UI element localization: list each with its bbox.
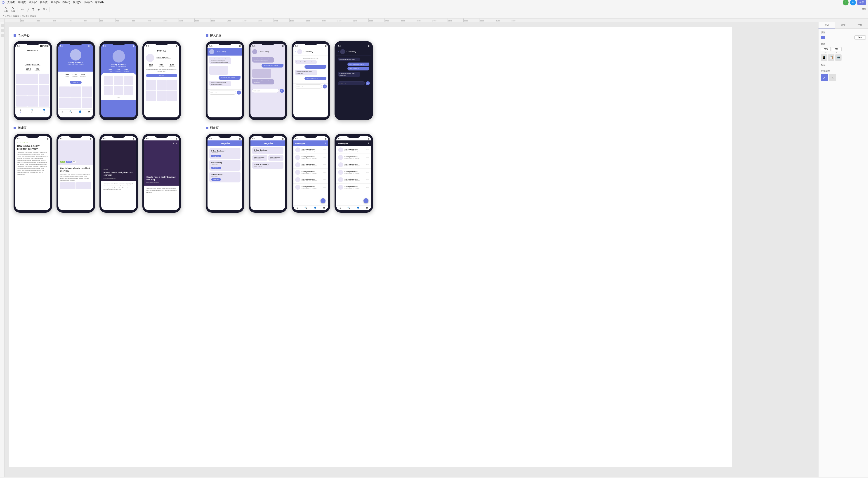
left-tool-1[interactable] [1,24,4,27]
nav-settings-3[interactable]: ⚙ [323,207,325,209]
tab-prototype[interactable]: 原型 [835,22,851,29]
nav-profile-4[interactable]: 👤 [357,207,360,209]
nav-settings-4[interactable]: ⚙ [366,207,368,209]
nav-home-3[interactable]: ⌂ [297,207,298,209]
phone-notch [26,134,39,138]
shop-now-totes[interactable]: Shop Now [211,178,221,181]
menu-view[interactable]: 视图(V) [29,1,37,4]
chat-messages-3: Lorem ipsum dolor sit amet Lorem ipsum d… [293,56,328,83]
profile-avatar-3 [113,50,125,63]
rect-tool[interactable]: ▭ [20,7,25,12]
ruler-mark: 1700 [274,19,289,22]
resize-icon-2[interactable]: ⤡ [829,74,836,81]
menu-plugin[interactable]: 插件(P) [40,1,49,4]
nav-profile[interactable]: 👤 [79,110,81,113]
menu-layout[interactable]: 布局(J) [62,1,70,4]
message-item-1[interactable]: Shirley Anderson Mobile App UI/UX Design… [293,146,328,154]
nav-search[interactable]: 🔍 [69,110,72,113]
back-icon-3[interactable]: ‹ [295,50,296,53]
message-item-4[interactable]: Shirley Anderson Mobile App UI/UX Design… [293,169,328,176]
nav-search[interactable]: 🔍 찾기 [31,109,33,113]
fab-button-3[interactable]: + [320,198,326,203]
share-icon[interactable]: ⟳ [173,142,175,144]
canvas-area[interactable]: 个人中心 9:41 ▐▐▐ WiFi ▓ [4,22,818,477]
message-item-4-2[interactable]: Shirley Anderson Mobile App UI/UX Design… [336,154,371,161]
resize-icon-1[interactable]: ⤢ [821,74,828,81]
nav-settings[interactable]: ⚙ [88,110,90,113]
message-item-4-4[interactable]: Shirley Anderson Mobile App UI/UX Design… [336,169,371,176]
cursor-tool[interactable]: ↖ 工具 [3,6,9,13]
photo-cell [16,96,27,107]
fill-opacity-input[interactable] [855,35,866,39]
nav-home-4[interactable]: ⌂ [340,207,341,209]
phone-read-4: 9:41 ▓ ⟳ ⊕ How to have a healty breakfas… [143,134,181,213]
add-message-icon[interactable]: + [325,142,327,145]
chat-header-1: Louise Riley [208,48,242,56]
profile-stats-2: 986 Posts 218k Followers 406 Following [58,72,93,79]
message-item-3[interactable]: Shirley Anderson Mobile App UI/UX Design… [293,161,328,169]
height-input[interactable] [832,47,842,51]
chat-input-3[interactable]: 请输入文字 [295,84,322,89]
send-button-3[interactable]: ➤ [323,84,327,89]
nav-home[interactable]: ⌂ [61,110,63,113]
message-item-4-1[interactable]: Shirley Anderson Mobile App UI/UX Design… [336,146,371,154]
fab-button-4[interactable]: + [364,198,368,203]
chat-input-4[interactable]: 请输入文字 [338,81,365,86]
menu-collab[interactable]: 协同(Y) [84,1,93,4]
status-icons: ▓ [325,138,327,139]
bookmark-icon[interactable]: ⊕ [176,142,177,144]
menu-file[interactable]: 文件(F) [7,1,16,4]
tab-annotation[interactable]: 注释 [851,22,868,29]
chat-input-bar-3[interactable]: 请输入文字 ➤ [293,83,328,90]
shop-now-office[interactable]: Shop Now [211,155,221,157]
component-tool[interactable]: ◈ [36,7,41,12]
battery-icon: ▓ [239,138,241,139]
chat-input-2[interactable]: 请输入文字 [252,89,279,93]
add-message-icon-4[interactable]: + [368,142,369,145]
nav-search-4[interactable]: 🔍 [347,207,350,209]
chat-input-bar-4[interactable]: 请输入文字 ➤ [336,80,371,86]
nav-profile[interactable]: 👤 나 [43,109,45,113]
fill-color-swatch[interactable] [821,36,825,39]
shop-now-clothing[interactable]: Shop Now [211,167,221,169]
ruler-mark: 800 [131,19,147,22]
share-button[interactable]: 分享 [857,0,866,5]
chat-input-bar-2[interactable]: 请输入文字 ➤ [250,88,285,94]
send-button-2[interactable]: ➤ [280,89,284,93]
device-icon-desktop[interactable]: 💻 [835,55,842,61]
menu-component[interactable]: 组件(O) [51,1,60,4]
text-tool[interactable]: T [31,7,35,12]
message-item-4-5[interactable]: Shirley Anderson Mobile App UI/UX Design… [336,176,371,183]
tab-design[interactable]: 设计 [818,22,835,29]
follow-button-4[interactable]: Follow [146,74,177,77]
menu-help[interactable]: 帮助(H) [95,1,103,4]
chat-input-bar[interactable]: 请输入文字 ➤ [208,90,242,96]
line-tool[interactable]: ╱ [26,7,30,12]
follow-button[interactable]: Follow [70,81,82,84]
photo-grid-2 [58,86,93,109]
nav-home-label: 홈 [20,111,21,113]
send-button[interactable]: ➤ [237,91,241,95]
scale-tool[interactable]: ⤡ 缩放 [10,6,16,13]
device-icon-phone[interactable]: 📱 [821,55,827,61]
width-input[interactable] [821,47,831,51]
nav-search-3[interactable]: 🔍 [305,207,307,209]
ruler-mark: 2300 [368,19,384,22]
send-button-4[interactable]: ➤ [366,81,370,86]
left-tool-2[interactable] [1,29,4,32]
left-tool-3[interactable] [1,34,4,37]
menu-approve[interactable]: 认同(G) [73,1,82,4]
import-tool[interactable]: 导入 [42,7,49,11]
message-item-4-6[interactable]: Shirley Anderson Mobile App UI/UX Design… [336,183,371,191]
nav-home[interactable]: ⌂ 홈 [20,109,22,113]
ruler-mark: 2000 [321,19,337,22]
nav-profile-3[interactable]: 👤 [314,207,316,209]
chat-input[interactable]: 请输入文字 [209,91,236,95]
message-item-4-3[interactable]: Shirley Anderson Mobile App UI/UX Design… [336,161,371,169]
menu-edit[interactable]: 编辑(E) [18,1,26,4]
message-item-2[interactable]: Shirley Anderson Mobile App UI/UX Design… [293,154,328,161]
message-item-5[interactable]: Shirley Anderson Mobile App UI/UX Design… [293,176,328,183]
back-icon-4[interactable]: ‹ [338,50,339,53]
device-icon-tablet[interactable]: 📋 [828,55,834,61]
message-item-6[interactable]: Shirley Anderson Mobile App UI/UX Design… [293,183,328,191]
